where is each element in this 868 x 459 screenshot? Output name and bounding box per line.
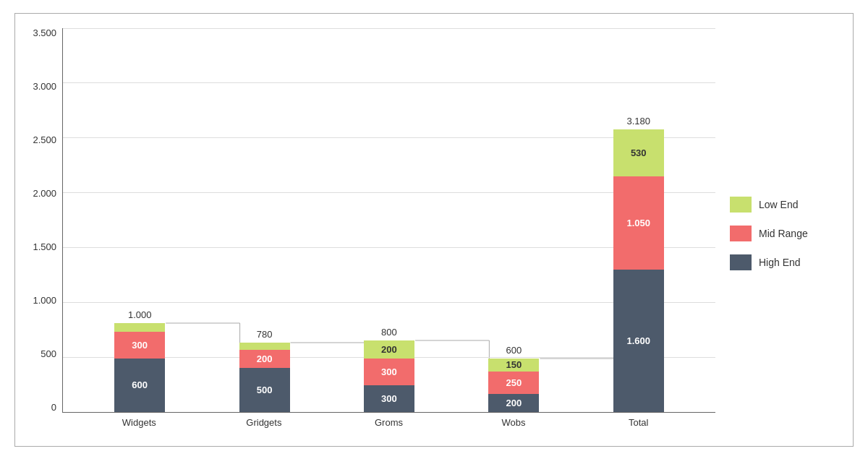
bars-and-grid: 1.00030060078020050080020030030060015025… — [62, 28, 715, 413]
bar: 150250200 — [488, 359, 539, 412]
chart-wrapper: 3.5003.0002.5002.0001.5001.0005000 1.000… — [14, 13, 854, 447]
y-axis-label: 1.000 — [33, 296, 56, 305]
bar-segment-midrange: 300 — [114, 332, 165, 359]
bar-segment-lowend: 530 — [613, 129, 664, 176]
bar-segment-highend: 200 — [488, 394, 539, 412]
bar: 200500 — [239, 343, 290, 412]
bar-group: 800200300300 — [364, 327, 414, 412]
bar-segment-midrange: 1.050 — [613, 176, 664, 270]
y-axis-label: 2.000 — [33, 189, 56, 198]
bar-total-label: 600 — [506, 345, 522, 356]
legend-swatch — [730, 254, 752, 270]
legend-item: Mid Range — [730, 226, 846, 241]
chart-main: 1.00030060078020050080020030030060015025… — [62, 28, 715, 439]
x-axis-label: Widgets — [114, 417, 164, 439]
legend-label: Low End — [759, 199, 798, 210]
bar: 200300300 — [364, 340, 414, 412]
y-axis-label: 2.500 — [33, 135, 56, 145]
bar-segment-lowend — [239, 343, 290, 350]
x-axis-label: Gridgets — [239, 417, 289, 439]
y-axis-label: 500 — [41, 349, 56, 359]
bar-group: 600150250200 — [488, 345, 539, 412]
bar-group: 1.000300600 — [114, 309, 165, 412]
bar-segment-lowend — [114, 323, 165, 332]
bar-segment-midrange: 250 — [488, 372, 539, 394]
bar-segment-midrange: 300 — [364, 359, 414, 385]
chart-legend: Low EndMid RangeHigh End — [715, 28, 846, 439]
bar-total-label: 780 — [257, 329, 273, 340]
bar-segment-lowend: 150 — [488, 359, 539, 372]
bar-total-label: 800 — [381, 327, 397, 338]
bar-segment-lowend: 200 — [364, 340, 414, 359]
bar-segment-highend: 500 — [239, 368, 290, 412]
chart-area: 3.5003.0002.5002.0001.5001.0005000 1.000… — [22, 28, 715, 439]
y-axis-label: 1.500 — [33, 242, 56, 252]
bar-segment-highend: 300 — [364, 385, 414, 412]
bar-segment-highend: 600 — [114, 359, 165, 412]
legend-item: High End — [730, 254, 846, 270]
bars-container: 1.00030060078020050080020030030060015025… — [63, 28, 715, 412]
bar: 5301.0501.600 — [613, 129, 664, 412]
y-axis-label: 3.500 — [33, 28, 56, 38]
bar-total-label: 3.180 — [626, 116, 650, 126]
x-axis-label: Groms — [363, 417, 414, 439]
legend-item: Low End — [730, 197, 846, 213]
bar-group: 3.1805301.0501.600 — [613, 116, 664, 412]
bar-segment-highend: 1.600 — [613, 270, 664, 412]
legend-label: High End — [759, 257, 801, 268]
y-axis-label: 3.000 — [33, 82, 56, 91]
legend-swatch — [730, 226, 752, 241]
y-axis: 3.5003.0002.5002.0001.5001.0005000 — [22, 28, 62, 439]
bar-total-label: 1.000 — [128, 309, 152, 320]
x-axis-label: Wobs — [488, 417, 539, 439]
x-axis-label: Total — [613, 417, 664, 439]
legend-label: Mid Range — [759, 228, 808, 239]
bar: 300600 — [114, 323, 165, 412]
legend-swatch — [730, 197, 752, 213]
bar-segment-midrange: 200 — [239, 350, 290, 368]
y-axis-label: 0 — [51, 403, 56, 412]
bar-group: 780200500 — [239, 329, 290, 412]
x-axis: WidgetsGridgetsGromsWobsTotal — [62, 413, 715, 439]
